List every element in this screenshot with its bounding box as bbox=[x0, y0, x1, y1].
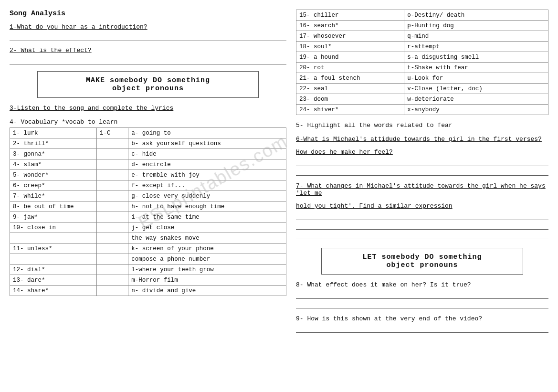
vocab-cell-11-1 bbox=[96, 244, 128, 254]
page-title: Song Analysis bbox=[10, 10, 286, 18]
right-cell-4-0: 19- a hound bbox=[296, 52, 404, 63]
answer-line-7c bbox=[296, 231, 548, 239]
right-vocab-row: 17- whosoeverq-mind bbox=[296, 31, 548, 42]
vocab-cell-5-0: 6- creep* bbox=[10, 180, 97, 191]
vocab-cell-7-0: 8- be out of time bbox=[10, 201, 97, 212]
question-6-line1: 6-What is Michael's attidude towards the… bbox=[296, 136, 548, 143]
vocab-cell-4-2: e- tremble with joy bbox=[128, 170, 286, 180]
vocab-cell-1-0: 2- thrill* bbox=[10, 138, 97, 149]
answer-line-8b bbox=[296, 300, 548, 308]
right-cell-2-1: q-mind bbox=[404, 31, 548, 42]
question-5: 5- Highlight all the words related to fe… bbox=[296, 122, 548, 129]
vocab-row: 11- unless*k- screen of your phone bbox=[10, 244, 286, 254]
vocab-row: 12- dial*l-where your teeth grow bbox=[10, 265, 286, 275]
vocab-cell-4-0: 5- wonder* bbox=[10, 170, 97, 180]
right-cell-1-0: 16- search* bbox=[296, 21, 404, 31]
right-cell-3-0: 18- soul* bbox=[296, 42, 404, 52]
vocab-cell-6-0: 7- while* bbox=[10, 191, 97, 201]
right-cell-8-0: 23- doom bbox=[296, 94, 404, 105]
vocab-table: 1- lurk1-Ca- going to2- thrill*b- ask yo… bbox=[10, 127, 286, 296]
right-cell-1-1: p-Hunting dog bbox=[404, 21, 548, 31]
vocab-row: 14- share*n- divide and give bbox=[10, 286, 286, 296]
question-1: 1-What do you hear as a introduction? bbox=[10, 23, 286, 31]
answer-line-2a bbox=[10, 56, 286, 64]
make-box: MAKE somebody DO something object pronou… bbox=[37, 71, 259, 98]
right-cell-7-1: v-Close (letter, doc) bbox=[404, 84, 548, 94]
right-cell-5-0: 20- rot bbox=[296, 63, 404, 73]
vocab-row: 5- wonder*e- tremble with joy bbox=[10, 170, 286, 180]
vocab-row: 2- thrill*b- ask yourself questions bbox=[10, 138, 286, 149]
vocab-cell-13-2: l-where your teeth grow bbox=[128, 265, 286, 275]
let-box-line2: object pronouns bbox=[331, 261, 513, 269]
right-cell-6-0: 21- a foul stench bbox=[296, 73, 404, 84]
vocab-row: 10- close inj- get close bbox=[10, 222, 286, 233]
vocab-cell-15-1 bbox=[96, 286, 128, 296]
answer-line-7b bbox=[296, 221, 548, 230]
question-6-line2: How does he make her feel? bbox=[296, 148, 548, 156]
vocab-row: 13- dare*m-Horror film bbox=[10, 275, 286, 286]
right-cell-2-0: 17- whosoever bbox=[296, 31, 404, 42]
vocab-row: 7- while*g- close very suddenly bbox=[10, 191, 286, 201]
vocab-cell-8-2: i- at the same time bbox=[128, 212, 286, 222]
vocab-cell-14-0: 13- dare* bbox=[10, 275, 97, 286]
left-column: Song Analysis 1-What do you hear as a in… bbox=[10, 10, 286, 382]
vocab-cell-15-2: n- divide and give bbox=[128, 286, 286, 296]
vocab-cell-8-1 bbox=[96, 212, 128, 222]
answer-line-1a bbox=[10, 32, 286, 41]
vocab-cell-3-1 bbox=[96, 159, 128, 170]
vocab-cell-0-2: a- going to bbox=[128, 128, 286, 138]
right-vocab-table: 15- chillero-Destiny/ death16- search*p-… bbox=[296, 10, 548, 115]
vocab-cell-5-2: f- except if... bbox=[128, 180, 286, 191]
right-cell-4-1: s-a disgusting smell bbox=[404, 52, 548, 63]
question-8: 8- What effect does it make on her? Is i… bbox=[296, 281, 548, 288]
vocab-cell-2-2: c- hide bbox=[128, 149, 286, 159]
vocab-cell-12-2: compose a phone number bbox=[128, 254, 286, 265]
right-vocab-row: 21- a foul stenchu-Look for bbox=[296, 73, 548, 84]
vocab-cell-15-0: 14- share* bbox=[10, 286, 97, 296]
right-cell-5-1: t-Shake with fear bbox=[404, 63, 548, 73]
vocab-cell-9-1 bbox=[96, 222, 128, 233]
let-box: LET somebody DO something object pronoun… bbox=[321, 248, 523, 275]
vocab-cell-11-2: k- screen of your phone bbox=[128, 244, 286, 254]
vocab-row: the way snakes move bbox=[10, 233, 286, 244]
vocab-cell-14-1 bbox=[96, 275, 128, 286]
vocab-cell-13-1 bbox=[96, 265, 128, 275]
right-cell-8-1: w-deteriorate bbox=[404, 94, 548, 105]
vocab-cell-9-0: 10- close in bbox=[10, 222, 97, 233]
question-7-line2: hold you tight'. Find a similar expressi… bbox=[296, 202, 548, 210]
vocab-cell-6-1 bbox=[96, 191, 128, 201]
right-vocab-row: 23- doomw-deteriorate bbox=[296, 94, 548, 105]
vocab-row: 9- jaw*i- at the same time bbox=[10, 212, 286, 222]
vocab-cell-2-0: 3- gonna* bbox=[10, 149, 97, 159]
right-cell-0-1: o-Destiny/ death bbox=[404, 10, 548, 21]
right-cell-7-0: 22- seal bbox=[296, 84, 404, 94]
question-9: 9- How is this shown at the very end of … bbox=[296, 315, 548, 322]
vocab-cell-4-1 bbox=[96, 170, 128, 180]
vocab-label: 4- Vocabulary *vocab to learn bbox=[10, 118, 286, 126]
vocab-cell-12-0 bbox=[10, 254, 97, 265]
right-cell-9-1: x-anybody bbox=[404, 105, 548, 115]
vocab-row: 8- be out of timeh- not to have enough t… bbox=[10, 201, 286, 212]
vocab-cell-11-0: 11- unless* bbox=[10, 244, 97, 254]
right-vocab-row: 16- search*p-Hunting dog bbox=[296, 21, 548, 31]
right-vocab-row: 18- soul*r-attempt bbox=[296, 42, 548, 52]
vocab-row: 1- lurk1-Ca- going to bbox=[10, 128, 286, 138]
right-column: 15- chillero-Destiny/ death16- search*p-… bbox=[296, 10, 548, 382]
answer-line-9a bbox=[296, 324, 548, 333]
vocab-cell-8-0: 9- jaw* bbox=[10, 212, 97, 222]
answer-line-7a bbox=[296, 212, 548, 220]
vocab-cell-10-0 bbox=[10, 233, 97, 244]
vocab-cell-2-1 bbox=[96, 149, 128, 159]
right-vocab-row: 20- rott-Shake with fear bbox=[296, 63, 548, 73]
vocab-cell-1-2: b- ask yourself questions bbox=[128, 138, 286, 149]
vocab-cell-1-1 bbox=[96, 138, 128, 149]
vocab-cell-3-2: d- encircle bbox=[128, 159, 286, 170]
let-box-line1: LET somebody DO something bbox=[331, 253, 513, 261]
vocab-cell-10-1 bbox=[96, 233, 128, 244]
right-vocab-row: 24- shiver*x-anybody bbox=[296, 105, 548, 115]
vocab-row: 4- slam*d- encircle bbox=[10, 159, 286, 170]
vocab-cell-0-0: 1- lurk bbox=[10, 128, 97, 138]
vocab-cell-14-2: m-Horror film bbox=[128, 275, 286, 286]
vocab-cell-3-0: 4- slam* bbox=[10, 159, 97, 170]
vocab-cell-13-0: 12- dial* bbox=[10, 265, 97, 275]
